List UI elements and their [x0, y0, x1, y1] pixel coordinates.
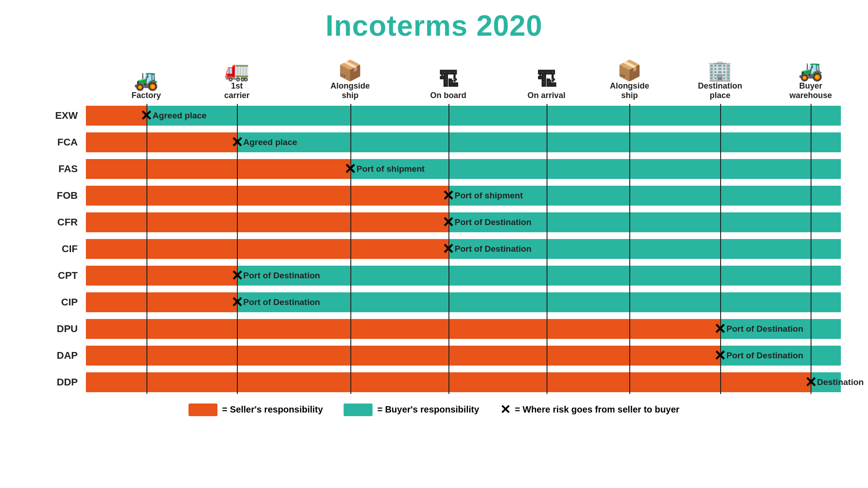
factory-label: Factory [132, 91, 161, 100]
term-label-cpt: CPT [27, 270, 86, 282]
legend-teal-box [344, 404, 373, 416]
page-title: Incoterms 2020 [27, 9, 841, 42]
term-label-dpu: DPU [27, 323, 86, 335]
bar-orange-exw [86, 106, 146, 126]
cross-dap: ✕ [714, 348, 726, 363]
teal-label-fca: Agreed place [243, 137, 297, 147]
buyer_wh-label: Buyer warehouse [789, 81, 832, 100]
bar-teal-cfr: Port of Destination [448, 212, 841, 232]
bar-teal-cip: Port of Destination [237, 292, 841, 312]
teal-label-cfr: Port of Destination [455, 217, 532, 227]
on_board-icon: 🏗 [439, 70, 458, 90]
bar-dpu: Port of Destination✕ [86, 319, 841, 339]
alongside_ship2-label: Alongside ship [610, 81, 649, 100]
teal-label-fas: Port of shipment [357, 164, 425, 174]
col-header-factory: 🚜Factory [132, 70, 161, 100]
col-header-buyer_wh: 🚜Buyer warehouse [789, 61, 832, 100]
bar-orange-cfr [86, 212, 448, 232]
bar-orange-dap [86, 346, 720, 366]
dest_place-icon: 🏢 [708, 61, 732, 80]
alongside_ship2-icon: 📦 [617, 61, 642, 80]
teal-label-cip: Port of Destination [243, 297, 320, 307]
bar-row-cfr: CFRPort of Destination✕ [27, 211, 841, 234]
bar-teal-dap: Port of Destination [720, 346, 841, 366]
legend: = Seller's responsibility = Buyer's resp… [27, 402, 841, 417]
legend-orange-box [189, 404, 217, 416]
col-header-alongside_ship1: 📦Alongside ship [330, 61, 370, 100]
bar-row-fob: FOBPort of shipment✕ [27, 184, 841, 207]
bar-cif: Port of Destination✕ [86, 239, 841, 259]
bar-teal-fas: Port of shipment [350, 159, 841, 179]
term-label-cif: CIF [27, 243, 86, 255]
teal-label-cif: Port of Destination [455, 244, 532, 254]
cross-cif: ✕ [442, 242, 454, 256]
cross-cip: ✕ [231, 295, 243, 310]
legend-cross-label: = Where risk goes from seller to buyer [515, 404, 679, 415]
bar-section: EXWAgreed place✕FCAAgreed place✕FASPort … [27, 104, 841, 394]
bar-teal-fob: Port of shipment [448, 186, 841, 206]
bar-orange-cip [86, 292, 237, 312]
bar-orange-fas [86, 159, 350, 179]
bar-row-cif: CIFPort of Destination✕ [27, 237, 841, 261]
legend-cross: ✕ = Where risk goes from seller to buyer [500, 402, 679, 417]
carrier-label: 1st carrier [224, 81, 250, 100]
term-label-dap: DAP [27, 350, 86, 361]
cross-cpt: ✕ [231, 268, 243, 283]
bar-row-fca: FCAAgreed place✕ [27, 131, 841, 154]
bar-row-fas: FASPort of shipment✕ [27, 157, 841, 181]
term-label-ddp: DDP [27, 376, 86, 388]
cross-dpu: ✕ [714, 322, 726, 336]
bar-teal-cpt: Port of Destination [237, 266, 841, 286]
on_arrival-label: On arrival [528, 91, 566, 100]
bar-row-ddp: DDPDestination✕ [27, 371, 841, 394]
cross-fob: ✕ [442, 188, 454, 203]
teal-label-exw: Agreed place [153, 111, 207, 121]
bar-orange-fob [86, 186, 448, 206]
bar-row-exw: EXWAgreed place✕ [27, 104, 841, 127]
col-header-carrier: 🚛1st carrier [224, 61, 250, 100]
term-label-fas: FAS [27, 163, 86, 175]
bar-orange-cpt [86, 266, 237, 286]
bar-row-cpt: CPTPort of Destination✕ [27, 264, 841, 287]
cross-cfr: ✕ [442, 215, 454, 230]
teal-label-ddp: Destination [817, 377, 863, 387]
teal-label-dap: Port of Destination [726, 351, 803, 361]
bar-row-dap: DAPPort of Destination✕ [27, 344, 841, 367]
legend-seller: = Seller's responsibility [189, 404, 323, 416]
bar-orange-cif [86, 239, 448, 259]
bar-fob: Port of shipment✕ [86, 186, 841, 206]
term-label-fob: FOB [27, 190, 86, 202]
alongside_ship1-label: Alongside ship [330, 81, 370, 100]
bar-row-dpu: DPUPort of Destination✕ [27, 317, 841, 341]
term-label-cfr: CFR [27, 216, 86, 228]
col-header-on_arrival: 🏗On arrival [528, 70, 566, 100]
bar-orange-dpu [86, 319, 720, 339]
bar-teal-fca: Agreed place [237, 132, 841, 152]
legend-buyer-label: = Buyer's responsibility [377, 404, 479, 415]
bar-orange-ddp [86, 372, 811, 392]
bar-fas: Port of shipment✕ [86, 159, 841, 179]
bar-exw: Agreed place✕ [86, 106, 841, 126]
term-label-cip: CIP [27, 296, 86, 308]
page: Incoterms 2020 🚜Factory🚛1st carrier📦Alon… [0, 0, 868, 488]
chart-area: 🚜Factory🚛1st carrier📦Alongside ship🏗On b… [27, 51, 841, 417]
bar-cpt: Port of Destination✕ [86, 266, 841, 286]
teal-label-fob: Port of shipment [455, 191, 523, 201]
header-row: 🚜Factory🚛1st carrier📦Alongside ship🏗On b… [86, 51, 841, 100]
bar-teal-cif: Port of Destination [448, 239, 841, 259]
teal-label-dpu: Port of Destination [726, 324, 803, 334]
term-label-exw: EXW [27, 110, 86, 122]
col-header-on_board: 🏗On board [430, 70, 467, 100]
cross-exw: ✕ [140, 108, 152, 123]
bar-ddp: Destination✕ [86, 372, 841, 392]
legend-seller-label: = Seller's responsibility [222, 404, 323, 415]
cross-fas: ✕ [344, 162, 356, 176]
col-header-alongside_ship2: 📦Alongside ship [610, 61, 649, 100]
cross-ddp: ✕ [805, 375, 817, 389]
legend-buyer: = Buyer's responsibility [344, 404, 479, 416]
bar-cfr: Port of Destination✕ [86, 212, 841, 232]
col-header-dest_place: 🏢Destination place [698, 61, 742, 100]
bar-orange-fca [86, 132, 237, 152]
on_arrival-icon: 🏗 [537, 70, 557, 90]
alongside_ship1-icon: 📦 [338, 61, 363, 80]
